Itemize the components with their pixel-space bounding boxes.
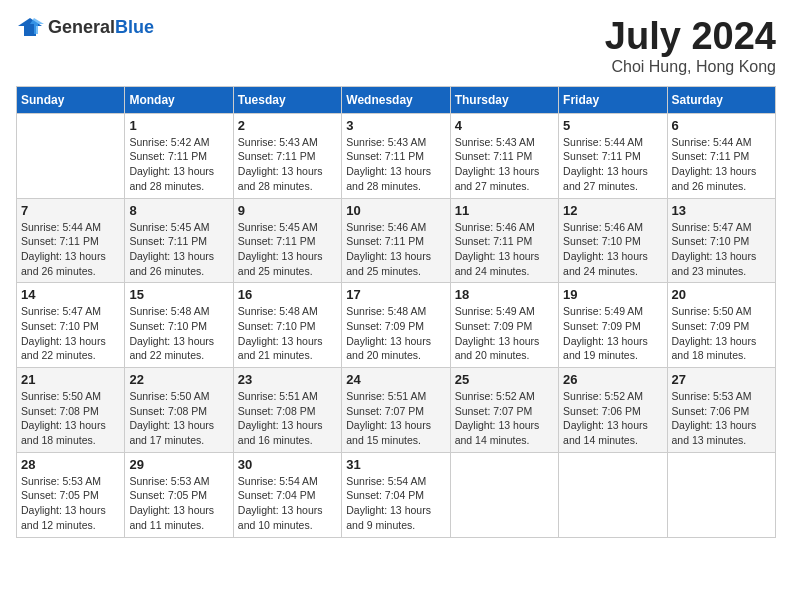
calendar-cell: 12Sunrise: 5:46 AM Sunset: 7:10 PM Dayli… xyxy=(559,198,667,283)
day-number: 23 xyxy=(238,372,337,387)
calendar-cell xyxy=(450,452,558,537)
day-number: 11 xyxy=(455,203,554,218)
day-number: 9 xyxy=(238,203,337,218)
cell-info: Sunrise: 5:53 AM Sunset: 7:05 PM Dayligh… xyxy=(21,474,120,533)
weekday-header-row: SundayMondayTuesdayWednesdayThursdayFrid… xyxy=(17,86,776,113)
day-number: 18 xyxy=(455,287,554,302)
calendar-cell: 10Sunrise: 5:46 AM Sunset: 7:11 PM Dayli… xyxy=(342,198,450,283)
cell-info: Sunrise: 5:50 AM Sunset: 7:08 PM Dayligh… xyxy=(129,389,228,448)
calendar-cell: 30Sunrise: 5:54 AM Sunset: 7:04 PM Dayli… xyxy=(233,452,341,537)
cell-info: Sunrise: 5:52 AM Sunset: 7:07 PM Dayligh… xyxy=(455,389,554,448)
calendar-cell: 16Sunrise: 5:48 AM Sunset: 7:10 PM Dayli… xyxy=(233,283,341,368)
weekday-header-monday: Monday xyxy=(125,86,233,113)
cell-info: Sunrise: 5:54 AM Sunset: 7:04 PM Dayligh… xyxy=(238,474,337,533)
calendar-cell: 29Sunrise: 5:53 AM Sunset: 7:05 PM Dayli… xyxy=(125,452,233,537)
calendar-cell: 27Sunrise: 5:53 AM Sunset: 7:06 PM Dayli… xyxy=(667,368,775,453)
day-number: 19 xyxy=(563,287,662,302)
logo-general: General xyxy=(48,17,115,37)
calendar-week-row: 1Sunrise: 5:42 AM Sunset: 7:11 PM Daylig… xyxy=(17,113,776,198)
calendar-cell xyxy=(17,113,125,198)
day-number: 26 xyxy=(563,372,662,387)
calendar-cell: 9Sunrise: 5:45 AM Sunset: 7:11 PM Daylig… xyxy=(233,198,341,283)
cell-info: Sunrise: 5:51 AM Sunset: 7:08 PM Dayligh… xyxy=(238,389,337,448)
day-number: 27 xyxy=(672,372,771,387)
weekday-header-thursday: Thursday xyxy=(450,86,558,113)
calendar-cell xyxy=(559,452,667,537)
weekday-header-friday: Friday xyxy=(559,86,667,113)
cell-info: Sunrise: 5:49 AM Sunset: 7:09 PM Dayligh… xyxy=(455,304,554,363)
calendar-cell: 28Sunrise: 5:53 AM Sunset: 7:05 PM Dayli… xyxy=(17,452,125,537)
cell-info: Sunrise: 5:46 AM Sunset: 7:10 PM Dayligh… xyxy=(563,220,662,279)
calendar-cell: 23Sunrise: 5:51 AM Sunset: 7:08 PM Dayli… xyxy=(233,368,341,453)
day-number: 8 xyxy=(129,203,228,218)
calendar-cell: 14Sunrise: 5:47 AM Sunset: 7:10 PM Dayli… xyxy=(17,283,125,368)
cell-info: Sunrise: 5:45 AM Sunset: 7:11 PM Dayligh… xyxy=(238,220,337,279)
cell-info: Sunrise: 5:43 AM Sunset: 7:11 PM Dayligh… xyxy=(455,135,554,194)
cell-info: Sunrise: 5:49 AM Sunset: 7:09 PM Dayligh… xyxy=(563,304,662,363)
day-number: 10 xyxy=(346,203,445,218)
calendar-cell: 1Sunrise: 5:42 AM Sunset: 7:11 PM Daylig… xyxy=(125,113,233,198)
calendar-cell: 31Sunrise: 5:54 AM Sunset: 7:04 PM Dayli… xyxy=(342,452,450,537)
calendar-week-row: 14Sunrise: 5:47 AM Sunset: 7:10 PM Dayli… xyxy=(17,283,776,368)
cell-info: Sunrise: 5:54 AM Sunset: 7:04 PM Dayligh… xyxy=(346,474,445,533)
day-number: 30 xyxy=(238,457,337,472)
weekday-header-wednesday: Wednesday xyxy=(342,86,450,113)
cell-info: Sunrise: 5:45 AM Sunset: 7:11 PM Dayligh… xyxy=(129,220,228,279)
day-number: 20 xyxy=(672,287,771,302)
header: GeneralBlue July 2024 Choi Hung, Hong Ko… xyxy=(16,16,776,76)
calendar-week-row: 28Sunrise: 5:53 AM Sunset: 7:05 PM Dayli… xyxy=(17,452,776,537)
weekday-header-saturday: Saturday xyxy=(667,86,775,113)
calendar-cell: 4Sunrise: 5:43 AM Sunset: 7:11 PM Daylig… xyxy=(450,113,558,198)
cell-info: Sunrise: 5:47 AM Sunset: 7:10 PM Dayligh… xyxy=(672,220,771,279)
calendar-cell: 26Sunrise: 5:52 AM Sunset: 7:06 PM Dayli… xyxy=(559,368,667,453)
logo: GeneralBlue xyxy=(16,16,154,38)
day-number: 5 xyxy=(563,118,662,133)
calendar-cell: 17Sunrise: 5:48 AM Sunset: 7:09 PM Dayli… xyxy=(342,283,450,368)
calendar-cell: 15Sunrise: 5:48 AM Sunset: 7:10 PM Dayli… xyxy=(125,283,233,368)
day-number: 31 xyxy=(346,457,445,472)
month-year-title: July 2024 xyxy=(605,16,776,58)
cell-info: Sunrise: 5:48 AM Sunset: 7:10 PM Dayligh… xyxy=(129,304,228,363)
cell-info: Sunrise: 5:53 AM Sunset: 7:05 PM Dayligh… xyxy=(129,474,228,533)
cell-info: Sunrise: 5:48 AM Sunset: 7:10 PM Dayligh… xyxy=(238,304,337,363)
calendar-cell: 7Sunrise: 5:44 AM Sunset: 7:11 PM Daylig… xyxy=(17,198,125,283)
day-number: 1 xyxy=(129,118,228,133)
calendar-cell: 22Sunrise: 5:50 AM Sunset: 7:08 PM Dayli… xyxy=(125,368,233,453)
calendar-table: SundayMondayTuesdayWednesdayThursdayFrid… xyxy=(16,86,776,538)
day-number: 17 xyxy=(346,287,445,302)
cell-info: Sunrise: 5:47 AM Sunset: 7:10 PM Dayligh… xyxy=(21,304,120,363)
day-number: 4 xyxy=(455,118,554,133)
cell-info: Sunrise: 5:51 AM Sunset: 7:07 PM Dayligh… xyxy=(346,389,445,448)
cell-info: Sunrise: 5:44 AM Sunset: 7:11 PM Dayligh… xyxy=(672,135,771,194)
day-number: 6 xyxy=(672,118,771,133)
calendar-cell: 11Sunrise: 5:46 AM Sunset: 7:11 PM Dayli… xyxy=(450,198,558,283)
calendar-cell: 3Sunrise: 5:43 AM Sunset: 7:11 PM Daylig… xyxy=(342,113,450,198)
calendar-cell: 19Sunrise: 5:49 AM Sunset: 7:09 PM Dayli… xyxy=(559,283,667,368)
logo-icon xyxy=(16,16,44,38)
cell-info: Sunrise: 5:53 AM Sunset: 7:06 PM Dayligh… xyxy=(672,389,771,448)
calendar-cell: 13Sunrise: 5:47 AM Sunset: 7:10 PM Dayli… xyxy=(667,198,775,283)
calendar-cell: 2Sunrise: 5:43 AM Sunset: 7:11 PM Daylig… xyxy=(233,113,341,198)
cell-info: Sunrise: 5:50 AM Sunset: 7:08 PM Dayligh… xyxy=(21,389,120,448)
calendar-cell: 5Sunrise: 5:44 AM Sunset: 7:11 PM Daylig… xyxy=(559,113,667,198)
day-number: 22 xyxy=(129,372,228,387)
calendar-week-row: 7Sunrise: 5:44 AM Sunset: 7:11 PM Daylig… xyxy=(17,198,776,283)
day-number: 2 xyxy=(238,118,337,133)
day-number: 21 xyxy=(21,372,120,387)
day-number: 13 xyxy=(672,203,771,218)
logo-blue: Blue xyxy=(115,17,154,37)
day-number: 16 xyxy=(238,287,337,302)
calendar-cell: 24Sunrise: 5:51 AM Sunset: 7:07 PM Dayli… xyxy=(342,368,450,453)
calendar-week-row: 21Sunrise: 5:50 AM Sunset: 7:08 PM Dayli… xyxy=(17,368,776,453)
day-number: 24 xyxy=(346,372,445,387)
cell-info: Sunrise: 5:46 AM Sunset: 7:11 PM Dayligh… xyxy=(346,220,445,279)
cell-info: Sunrise: 5:52 AM Sunset: 7:06 PM Dayligh… xyxy=(563,389,662,448)
calendar-cell xyxy=(667,452,775,537)
calendar-cell: 21Sunrise: 5:50 AM Sunset: 7:08 PM Dayli… xyxy=(17,368,125,453)
calendar-cell: 8Sunrise: 5:45 AM Sunset: 7:11 PM Daylig… xyxy=(125,198,233,283)
weekday-header-sunday: Sunday xyxy=(17,86,125,113)
cell-info: Sunrise: 5:46 AM Sunset: 7:11 PM Dayligh… xyxy=(455,220,554,279)
calendar-cell: 25Sunrise: 5:52 AM Sunset: 7:07 PM Dayli… xyxy=(450,368,558,453)
location-subtitle: Choi Hung, Hong Kong xyxy=(605,58,776,76)
day-number: 25 xyxy=(455,372,554,387)
